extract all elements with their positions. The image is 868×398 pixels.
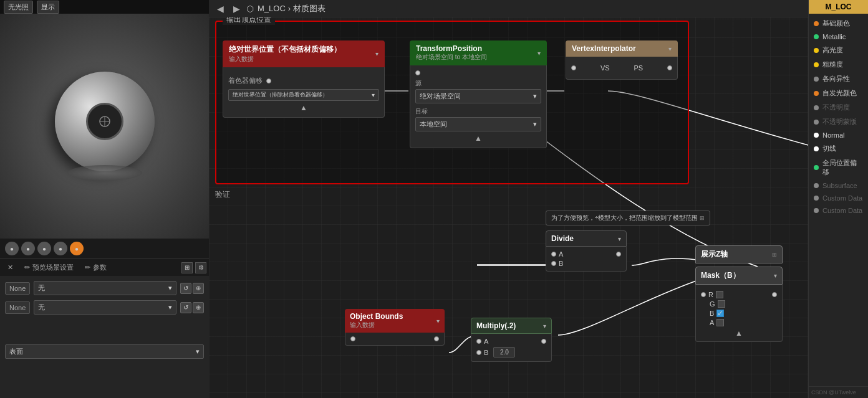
node-multiply-chevron[interactable]: ▾ (543, 323, 546, 329)
wu-select-2[interactable]: 无 ▾ (34, 300, 176, 315)
node-multiply-header[interactable]: Multiply(.2) ▾ (471, 318, 552, 334)
vs-ps-row: VS PS (571, 62, 672, 74)
right-item-anisotropy[interactable]: 各向异性 (809, 72, 868, 86)
refresh-icon-1[interactable]: ↺ (180, 283, 191, 294)
collapse-arrow-transform[interactable]: ▲ (415, 134, 541, 143)
validation-label: 验证 (215, 189, 230, 200)
objbounds-left (350, 336, 355, 341)
node-transform-header[interactable]: TransformPosition 绝对场景空间 to 本地空间 ▾ (410, 40, 547, 65)
label-custom-data-1: Custom Data (822, 194, 862, 202)
node-abs-world-header[interactable]: 绝对世界位置（不包括材质偏移） 输入数据 ▾ (223, 40, 385, 67)
node-maskb-chevron[interactable]: ▾ (774, 272, 777, 279)
right-item-metallic[interactable]: Metallic (809, 31, 868, 43)
source-label: 源 (415, 79, 541, 88)
node-vertex-header[interactable]: VertexInterpolator ▾ (566, 40, 678, 57)
target-chevron: ▾ (533, 120, 537, 128)
settings-icon[interactable]: ⚙ (195, 262, 206, 273)
right-item-tangent[interactable]: 切线 (809, 141, 868, 156)
node-transform-chevron[interactable]: ▾ (538, 50, 541, 57)
circle-icon-4[interactable]: ● (54, 242, 67, 255)
wu-select-1[interactable]: 无 ▾ (34, 281, 176, 295)
node-showz: 展示Z轴 ⊞ (695, 245, 783, 263)
right-item-custom-data-1[interactable]: Custom Data (809, 192, 868, 204)
prop-row-1: None 无 ▾ ↺ ⊕ (5, 281, 204, 295)
add-icon-2[interactable]: ⊕ (193, 302, 204, 313)
b-checkbox[interactable]: ✓ (716, 310, 724, 317)
right-item-emissive[interactable]: 自发光颜色 (809, 86, 868, 100)
right-item-opacity[interactable]: 不透明度 (809, 100, 868, 115)
node-objbounds-chevron[interactable]: ▾ (436, 318, 440, 325)
circle-icon-1[interactable]: ● (5, 242, 19, 255)
msg-text: 为了方便预览，÷模型大小，把范围缩放到了模型范围 (551, 214, 698, 221)
right-item-subsurface[interactable]: Subsurface (809, 179, 868, 192)
label-base-color: 基础颜色 (822, 19, 850, 28)
target-section: 目标 本地空间 ▾ (415, 107, 541, 131)
sphere-base (67, 165, 142, 181)
collapse-arrow-maskb[interactable]: ▲ (701, 329, 777, 338)
g-checkbox[interactable] (718, 300, 725, 308)
right-item-normal[interactable]: Normal (809, 129, 868, 141)
viewport-top-bar: 无光照 显示 (0, 0, 209, 14)
watermark: CSDN @UTwelve (809, 386, 868, 398)
no-lighting-button[interactable]: 无光照 (4, 1, 33, 14)
vertex-left-dot (571, 65, 576, 70)
circle-icon-5[interactable]: ● (70, 242, 84, 255)
multiply-b-label: B (484, 349, 488, 356)
show-button[interactable]: 显示 (37, 1, 59, 14)
surface-select[interactable]: 表面 ▾ (5, 344, 204, 359)
label-opacity-mask: 不透明蒙版 (822, 117, 857, 126)
circle-icon-2[interactable]: ● (21, 242, 35, 255)
right-item-world-offset[interactable]: 全局位置偏移 (809, 156, 868, 179)
node-divide-chevron[interactable]: ▾ (618, 235, 621, 242)
vs-label: VS (600, 64, 610, 72)
right-item-specular[interactable]: 高光度 (809, 43, 868, 57)
grid-icon[interactable]: ⊞ (181, 262, 193, 273)
rgba-section: R G B ✓ A (701, 288, 777, 326)
multiply-a-right (541, 339, 546, 344)
right-item-base-color[interactable]: 基础颜色 (809, 16, 868, 31)
source-select[interactable]: 绝对场景空间 ▾ (415, 89, 541, 103)
main-top-nav: ◀ ▶ ⬡ M_LOC › 材质图表 (209, 0, 808, 17)
node-showz-icon[interactable]: ⊞ (772, 252, 777, 258)
node-objbounds-header[interactable]: Object Bounds 输入数据 ▾ (345, 309, 445, 333)
right-item-opacity-mask[interactable]: 不透明蒙版 (809, 115, 868, 129)
transform-left-dot (415, 70, 420, 75)
dot-metallic (814, 34, 819, 39)
tab-preview[interactable]: ✏ 预览场景设置 (19, 262, 79, 273)
forward-arrow[interactable]: ▶ (230, 2, 243, 15)
node-transform-body: 源 绝对场景空间 ▾ 目标 本地空间 ▾ ▲ (410, 65, 547, 148)
node-objbounds-subtitle: 输入数据 (350, 321, 403, 329)
node-abs-world-subtitle: 输入数据 (229, 55, 341, 64)
back-arrow[interactable]: ◀ (214, 2, 226, 15)
shader-select-wrapper: 绝对世界位置（排除材质看色器偏移） ▾ (228, 89, 379, 101)
tab-params[interactable]: ✏ 参数 (80, 262, 112, 273)
collapse-arrow-abs[interactable]: ▲ (228, 103, 379, 112)
tab-close[interactable]: ✕ (2, 262, 18, 273)
breadcrumb-title: M_LOC (258, 4, 286, 13)
shader-select[interactable]: 绝对世界位置（排除材质看色器偏移） ▾ (228, 89, 379, 101)
viewport-bottom-bar: ● ● ● ● ● (0, 239, 209, 258)
label-opacity: 不透明度 (822, 103, 850, 112)
dot-custom-data-1 (814, 196, 819, 201)
node-vertex-chevron[interactable]: ▾ (668, 45, 672, 52)
node-abs-world-chevron[interactable]: ▾ (375, 50, 379, 57)
pencil-icon-2: ✏ (85, 263, 90, 272)
multiply-b-left (476, 350, 481, 355)
r-checkbox[interactable] (716, 291, 723, 298)
right-item-roughness[interactable]: 粗糙度 (809, 57, 868, 72)
target-select[interactable]: 本地空间 ▾ (415, 117, 541, 131)
add-icon-1[interactable]: ⊕ (193, 283, 204, 294)
multiply-b-value[interactable]: 2.0 (493, 347, 515, 358)
right-item-custom-data-2[interactable]: Custom Data (809, 204, 868, 217)
node-maskb-header[interactable]: Mask（B） ▾ (695, 267, 783, 285)
refresh-icon-2[interactable]: ↺ (180, 302, 191, 313)
node-objbounds-title: Object Bounds (350, 312, 403, 321)
node-objbounds: Object Bounds 输入数据 ▾ (345, 309, 445, 346)
close-icon: ✕ (7, 263, 13, 272)
shader-offset-row: 着色器偏移 (228, 76, 379, 85)
node-divide-header[interactable]: Divide ▾ (546, 230, 627, 247)
target-label: 目标 (415, 107, 541, 116)
a-checkbox[interactable] (716, 319, 724, 326)
circle-icon-3[interactable]: ● (37, 242, 51, 255)
node-showz-header[interactable]: 展示Z轴 ⊞ (695, 245, 783, 263)
